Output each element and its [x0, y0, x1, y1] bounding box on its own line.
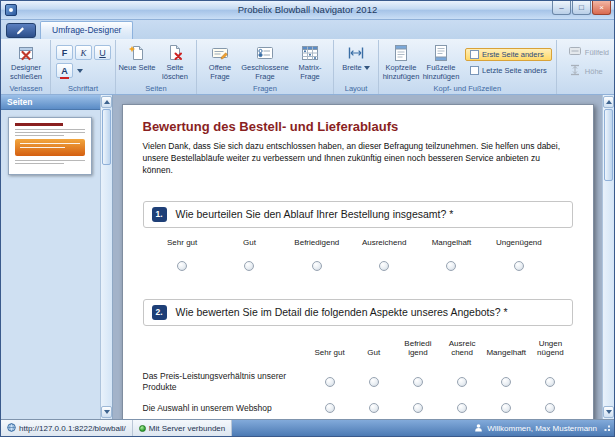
question-1-text: Wie beurteilen Sie den Ablauf Ihrer Best…	[176, 208, 454, 220]
editor-canvas: Bewertung des Bestell- und Lieferablaufs…	[113, 95, 602, 419]
radio-option[interactable]	[369, 377, 379, 387]
fill-field-label: Füllfeld	[585, 48, 609, 57]
scrollbar-thumb[interactable]	[604, 109, 613, 181]
open-question-button[interactable]: Offene Frage	[199, 42, 241, 81]
ribbon: Designer schließen Verlassen F K U A Sch…	[1, 39, 614, 95]
welcome-user: Willkommen, Max Mustermann	[487, 424, 597, 433]
header-icon	[392, 44, 410, 62]
workspace: Seiten	[1, 95, 614, 419]
window-controls: – □ ×	[551, 1, 611, 15]
closed-question-button[interactable]: Geschlossene Frage	[241, 42, 289, 81]
scroll-down-button[interactable]	[603, 406, 614, 418]
group-label-fragen: Fragen	[197, 84, 333, 94]
radio-option[interactable]	[177, 261, 187, 271]
add-footer-label: Fußzeile hinzufügen	[423, 64, 460, 81]
survey-page[interactable]: Bewertung des Bestell- und Lieferablaufs…	[122, 104, 594, 419]
question-2-matrix: Sehr gut Gut Befriedi igend Ausreic chen…	[143, 339, 573, 419]
delete-page-icon	[166, 44, 184, 62]
radio-option[interactable]	[457, 403, 467, 413]
statusbar-server-cell: Mit Server verbunden	[133, 420, 232, 436]
radio-option[interactable]	[244, 261, 254, 271]
footer-icon	[432, 44, 450, 62]
scroll-down-button[interactable]	[101, 406, 112, 418]
add-header-button[interactable]: Kopfzeile hinzufügen	[381, 42, 421, 81]
titlebar: Probelix Blowball Navigator 2012 – □ ×	[1, 1, 614, 20]
statusbar-user-cell: Willkommen, Max Mustermann	[232, 420, 614, 436]
height-label: Höhe	[585, 67, 603, 76]
minimize-button[interactable]: –	[552, 1, 571, 15]
close-designer-label: Designer schließen	[10, 64, 42, 81]
thumbnail-text-line	[15, 129, 85, 130]
maximize-button[interactable]: □	[572, 1, 591, 15]
resize-grip-icon[interactable]	[601, 422, 611, 434]
close-button[interactable]: ×	[592, 1, 611, 15]
radio-option[interactable]	[369, 403, 379, 413]
width-icon	[347, 44, 365, 62]
open-question-label: Offene Frage	[199, 64, 241, 81]
globe-icon	[7, 423, 16, 434]
radio-option[interactable]	[545, 403, 555, 413]
sidebar-scrollbar[interactable]	[100, 95, 112, 419]
radio-option[interactable]	[325, 377, 335, 387]
delete-page-button[interactable]: Seite löschen	[156, 42, 194, 81]
survey-intro: Vielen Dank, dass Sie sich dazu entschlo…	[143, 141, 563, 177]
thumbnail-text-line	[20, 147, 65, 148]
last-page-different-checkbox[interactable]: Letzte Seite anders	[465, 64, 552, 77]
question-2-number-badge: 2.	[152, 305, 167, 320]
underline-button[interactable]: U	[94, 45, 111, 60]
page-thumbnail[interactable]	[8, 117, 92, 175]
italic-button[interactable]: K	[75, 45, 92, 60]
closed-question-icon	[256, 44, 274, 62]
font-color-dropdown-arrow-icon[interactable]	[77, 69, 83, 73]
main-scrollbar[interactable]	[602, 95, 614, 419]
radio-option[interactable]	[545, 377, 555, 387]
ribbon-tab-row: Umfrage-Designer	[1, 20, 614, 39]
scroll-up-button[interactable]	[603, 96, 614, 108]
radio-option[interactable]	[312, 261, 322, 271]
height-button: Höhe	[568, 63, 609, 79]
matrix-column-header: Gut	[352, 348, 396, 366]
radio-option[interactable]	[446, 261, 456, 271]
option-label: Mangelhaft	[418, 238, 485, 247]
pages-panel-header: Seiten	[1, 95, 100, 110]
radio-option[interactable]	[514, 261, 524, 271]
first-page-different-checkbox[interactable]: Erste Seite anders	[465, 48, 552, 61]
radio-option[interactable]	[413, 403, 423, 413]
survey-title: Bewertung des Bestell- und Lieferablaufs	[143, 119, 573, 134]
matrix-question-icon	[301, 44, 319, 62]
thumbnail-title-line	[15, 123, 63, 126]
radio-option[interactable]	[379, 261, 389, 271]
question-2-box[interactable]: 2. Wie bewerten Sie im Detail die folgen…	[143, 299, 573, 326]
font-color-button[interactable]: A	[56, 63, 73, 78]
question-1-box[interactable]: 1. Wie beurteilen Sie den Ablauf Ihrer B…	[143, 201, 573, 228]
font-controls: F K U A	[53, 42, 113, 78]
new-page-button[interactable]: Neue Seite	[118, 42, 156, 73]
new-page-label: Neue Seite	[118, 64, 155, 73]
group-label-schriftart: Schriftart	[51, 84, 115, 94]
radio-option[interactable]	[501, 403, 511, 413]
window-title: Probelix Blowball Navigator 2012	[1, 4, 614, 15]
radio-option[interactable]	[413, 377, 423, 387]
width-button[interactable]: Breite	[336, 42, 376, 73]
scroll-up-button[interactable]	[101, 96, 112, 108]
new-page-icon	[128, 44, 146, 62]
close-designer-icon	[17, 44, 35, 62]
option-label: Sehr gut	[149, 238, 216, 247]
scrollbar-thumb[interactable]	[102, 109, 111, 165]
option-label: Befriedigend	[283, 238, 350, 247]
radio-option[interactable]	[325, 403, 335, 413]
matrix-question-button[interactable]: Matrix-Frage	[289, 42, 331, 81]
tab-umfrage-designer[interactable]: Umfrage-Designer	[40, 21, 133, 39]
pages-list	[1, 110, 100, 419]
close-designer-button[interactable]: Designer schließen	[4, 42, 48, 81]
add-footer-button[interactable]: Fußzeile hinzufügen	[421, 42, 461, 81]
matrix-column-header: Ausreic chend	[440, 339, 484, 366]
ribbon-group-fragen: Offene Frage Geschlossene Frage	[197, 40, 334, 94]
radio-option[interactable]	[457, 377, 467, 387]
bold-button[interactable]: F	[56, 45, 73, 60]
matrix-column-header: Ungen nügend	[528, 339, 572, 366]
app-menu-button[interactable]	[6, 23, 36, 38]
pen-icon	[15, 22, 27, 40]
editor-area: Bewertung des Bestell- und Lieferablaufs…	[113, 95, 614, 419]
radio-option[interactable]	[501, 377, 511, 387]
